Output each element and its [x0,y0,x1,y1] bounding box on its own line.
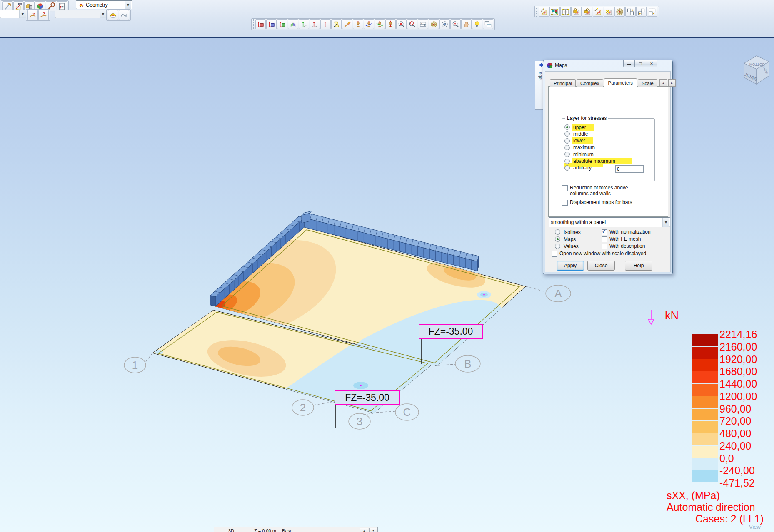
new-window-button[interactable] [483,19,493,29]
display-mode-values[interactable]: Values [555,243,580,249]
layer-option-middle[interactable]: middle [564,131,589,137]
dynamic-rotation-button[interactable] [407,19,417,29]
mesh-refine-button[interactable] [593,7,603,17]
render-light-button[interactable] [472,19,482,29]
display-check-with-normalization[interactable]: With normalization [602,229,651,235]
rotate-view-3d-button[interactable] [353,19,363,29]
mesh-delete-icon [605,8,613,16]
status-scroll-down-button[interactable]: ▾ [369,528,377,532]
radio-lower[interactable] [564,138,570,144]
center-on-structure-button[interactable] [429,19,439,29]
layer-option-lower[interactable]: lower [564,138,593,144]
restore-button[interactable]: ▢ [634,60,646,67]
display-mode-isolines[interactable]: Isolines [555,229,582,235]
view-camera-icon [441,20,449,28]
model-viewport[interactable]: 1 2 3 A B C FZ=-35.00 FZ=-35.00 [0,0,774,532]
radio-middle[interactable] [564,131,570,137]
work-plane-button[interactable] [331,19,342,29]
radio-minimum[interactable] [564,152,570,157]
rotate-about-z-icon [387,20,394,28]
radio-absolute-maximum[interactable] [564,159,570,164]
reduction-checkbox-row[interactable]: Reduction of forces above columns and wa… [562,185,654,196]
mesh-delete-button[interactable] [604,7,614,17]
values-grid-button[interactable]: aQ [418,19,428,29]
layer-option-upper[interactable]: upper [564,124,594,130]
tab-scroll-right-button[interactable]: ▸ [668,79,676,87]
panel-division-two-button[interactable] [636,7,647,17]
rotate-about-x-button[interactable] [364,19,374,29]
layer-option-absolute-maximum[interactable]: absolute maximum [564,158,632,164]
mesh-nodes-view-button[interactable] [560,7,571,17]
axis-y-view-button[interactable] [299,19,309,29]
tab-complex[interactable]: Complex [577,79,603,87]
layout-selector-combo[interactable]: Geometry ▼ [76,0,132,9]
axis-z-projection-button[interactable] [320,19,331,29]
help-button[interactable]: Help [625,261,652,271]
mesh-unfreeze-button[interactable] [582,7,592,17]
selection-combo[interactable]: ▼ [0,10,27,18]
force-label-1[interactable]: FZ=-35.00 [419,324,483,339]
tab-scale[interactable]: Scale [638,79,657,87]
smoothing-dropdown[interactable]: smoothing within a panel ▼ [549,217,670,227]
radio-maximum[interactable] [564,145,570,150]
view-along-x-button[interactable] [255,19,266,29]
status-scroll-up-button[interactable]: ▴ [360,528,368,532]
axis-z-view-button[interactable] [310,19,320,29]
panel-division-three-button[interactable] [647,7,657,17]
radio-upper[interactable] [564,124,570,130]
mesh-quality-target-button[interactable] [614,7,625,17]
sketch-arrow-icon [343,20,351,28]
close-dialog-button[interactable]: Close [587,261,615,271]
section-definition-button[interactable]: ? [27,10,38,20]
tab-parameters[interactable]: Parameters [604,78,637,87]
panel-division-one-button[interactable] [625,7,636,17]
filter-combo[interactable]: ▼ [55,10,107,18]
layer-option-arbitrary[interactable]: arbitrary [564,165,593,171]
sketch-arrow-button[interactable] [342,19,352,29]
display-mode-label: Maps [562,236,577,243]
radio-isolines[interactable] [555,229,560,235]
layer-option-minimum[interactable]: minimum [564,151,595,157]
stress-curve-button[interactable] [119,10,129,20]
section-shape-button[interactable] [108,10,118,20]
force-label-2[interactable]: FZ=-35.00 [335,390,400,405]
extremum-dot-lower [360,385,362,386]
rotate-about-y-button[interactable] [375,19,385,29]
open-new-window-row[interactable]: Open new window with scale displayed [552,251,646,257]
zoom-window-button[interactable] [396,19,407,29]
radio-values[interactable] [555,244,560,249]
view-cube[interactable]: BOTTOM BACK RIGHT [740,49,773,87]
pan-hand-button[interactable] [461,19,472,29]
view-along-y-button[interactable] [266,19,277,29]
display-check-with-fe-mesh[interactable]: With FE mesh [602,236,641,242]
open-new-window-checkbox[interactable] [552,251,557,257]
radio-maps[interactable] [555,236,560,242]
display-mode-maps[interactable]: Maps [555,236,577,242]
mesh-freeze-button[interactable] [571,7,582,17]
toolbar-separator-line [0,37,774,38]
display-check-with-description[interactable]: With description [602,243,645,249]
unit-arrow-icon [648,310,654,324]
displacement-checkbox-row[interactable]: Displacement maps for bars [562,199,632,206]
checkbox-with-normalization[interactable] [602,229,607,235]
apply-button[interactable]: Apply [557,261,584,271]
checkbox-with-fe-mesh[interactable] [602,236,607,242]
checkbox-with-description[interactable] [602,244,607,249]
view-camera-button[interactable] [439,19,450,29]
tab-scroll-left-button[interactable]: ◂ [659,79,667,87]
arbitrary-layer-input[interactable] [615,165,644,173]
minimize-button[interactable]: ▬ [623,60,635,67]
tab-principal[interactable]: Principal [550,79,576,87]
reduction-checkbox[interactable] [562,185,568,191]
radio-arbitrary[interactable] [564,165,570,171]
axonometric-view-button[interactable] [288,19,298,29]
section-help-button[interactable]: ? [38,10,49,20]
mesh-colored-view-button[interactable]: 1 [549,7,560,17]
close-button[interactable]: ✕ [646,60,657,67]
view-along-z-button[interactable] [277,19,287,29]
mesh-generation-wizard-button[interactable] [539,7,549,17]
rotate-about-z-button[interactable] [385,19,396,29]
layer-option-maximum[interactable]: maximum [564,144,596,151]
zoom-in-button[interactable] [450,19,461,29]
displacement-checkbox[interactable] [562,200,568,206]
